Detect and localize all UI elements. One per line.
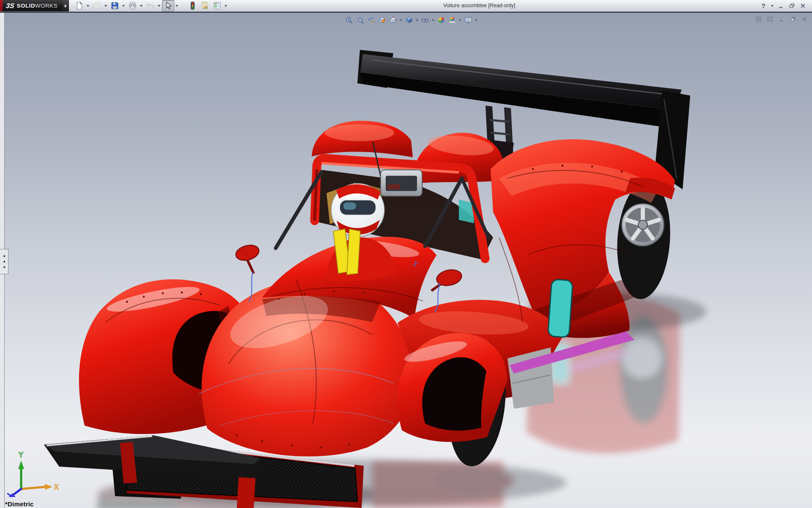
car-render[interactable] [0, 13, 812, 508]
restore-icon [788, 2, 796, 9]
document-window-controls [754, 14, 809, 24]
open-dropdown-caret[interactable] [103, 0, 109, 11]
seat-belt [347, 229, 360, 275]
file-properties-button[interactable] [199, 0, 211, 11]
options-dropdown-caret[interactable] [223, 0, 229, 11]
rebuild-icon [188, 1, 197, 10]
previous-view-icon [367, 16, 375, 24]
close-document-button[interactable] [799, 14, 809, 24]
solidworks-logo: 3S SOLIDWORKS [3, 0, 63, 11]
help-button[interactable]: ? [758, 1, 768, 11]
options-button[interactable] [211, 0, 223, 11]
view-orientation-icon [389, 16, 397, 24]
titlebar: 3S SOLIDWORKS Voiture assomblee [Read-on… [0, 0, 812, 12]
new-document-icon [75, 1, 84, 10]
minimize-button[interactable] [776, 1, 786, 11]
undo-dropdown-caret[interactable] [156, 0, 162, 11]
undo-button [144, 0, 156, 11]
select-button[interactable] [162, 0, 174, 11]
edit-appearance-button[interactable] [436, 15, 447, 25]
help-dropdown-caret[interactable] [769, 0, 775, 11]
print-button[interactable] [126, 0, 139, 11]
zoom-to-area-button[interactable] [354, 15, 365, 25]
zoom-to-area-icon [356, 16, 364, 24]
section-view-icon [378, 16, 386, 24]
view-orientation-label: *Dimetric [5, 500, 34, 508]
minimize-icon [777, 2, 785, 9]
close-document-icon [801, 16, 808, 22]
close-button[interactable] [798, 1, 808, 11]
apply-scene-icon [448, 16, 456, 24]
feature-manager-expand-tab[interactable] [0, 249, 8, 274]
solidworks-logo-mark: 3S [5, 2, 15, 10]
collapse-pane-icon [755, 16, 762, 22]
save-icon [110, 1, 119, 10]
minimize-document-icon [778, 16, 785, 22]
view-settings-dropdown-caret[interactable] [474, 15, 479, 25]
options-icon [213, 1, 222, 10]
open-icon [93, 1, 102, 10]
titlebar-window-controls: ? [758, 0, 812, 11]
view-settings-button[interactable] [463, 15, 474, 25]
restore-button[interactable] [787, 1, 797, 11]
collapse-pane-button[interactable] [754, 14, 764, 24]
window-title: Voiture assomblee [Read-only] [443, 0, 515, 11]
view-settings-icon [464, 16, 472, 24]
new-document-dropdown-caret[interactable] [85, 0, 91, 11]
new-document-button[interactable] [73, 0, 85, 11]
select-dropdown-caret[interactable] [174, 0, 180, 11]
display-style-dropdown-caret[interactable] [414, 15, 420, 25]
main-toolbar [73, 0, 229, 11]
open-button [91, 0, 103, 11]
save-dropdown-caret[interactable] [121, 0, 126, 11]
section-view-button[interactable] [376, 15, 387, 25]
reference-triad: Y X [1, 450, 60, 497]
mirror-box [381, 170, 422, 196]
expand-pane-icon [767, 16, 774, 22]
zoom-to-fit-button[interactable] [343, 15, 354, 25]
display-style-button[interactable] [403, 15, 414, 25]
undo-icon [146, 1, 155, 10]
triad-x-label: X [54, 483, 59, 491]
viewport[interactable]: Y X *Dimetric [0, 12, 812, 508]
solidworks-logo-text: SOLIDWORKS [17, 3, 58, 9]
heads-up-view-toolbar [343, 15, 479, 25]
hide-show-items-dropdown-caret[interactable] [431, 15, 436, 25]
print-dropdown-caret[interactable] [139, 0, 144, 11]
logo-flyout-arrow[interactable] [63, 0, 69, 11]
view-orientation-dropdown-caret[interactable] [398, 15, 403, 25]
hide-show-items-button[interactable] [420, 15, 431, 25]
close-icon [799, 2, 807, 9]
triad-y-label: Y [19, 451, 23, 458]
restore-document-button[interactable] [788, 14, 798, 24]
hide-show-items-icon [421, 16, 429, 24]
minimize-document-button[interactable] [776, 14, 787, 24]
save-button[interactable] [109, 0, 121, 11]
help-icon: ? [761, 2, 765, 9]
select-icon [164, 1, 173, 10]
edit-appearance-icon [437, 16, 445, 24]
file-properties-icon [200, 1, 209, 10]
apply-scene-button[interactable] [447, 15, 458, 25]
previous-view-button[interactable] [365, 15, 376, 25]
expand-pane-button[interactable] [765, 14, 775, 24]
print-icon [128, 1, 137, 10]
view-orientation-button[interactable] [387, 15, 398, 25]
rebuild-button[interactable] [187, 0, 199, 11]
zoom-to-fit-icon [345, 16, 353, 24]
apply-scene-dropdown-caret[interactable] [458, 15, 463, 25]
restore-document-icon [790, 16, 796, 22]
display-style-icon [405, 16, 413, 24]
